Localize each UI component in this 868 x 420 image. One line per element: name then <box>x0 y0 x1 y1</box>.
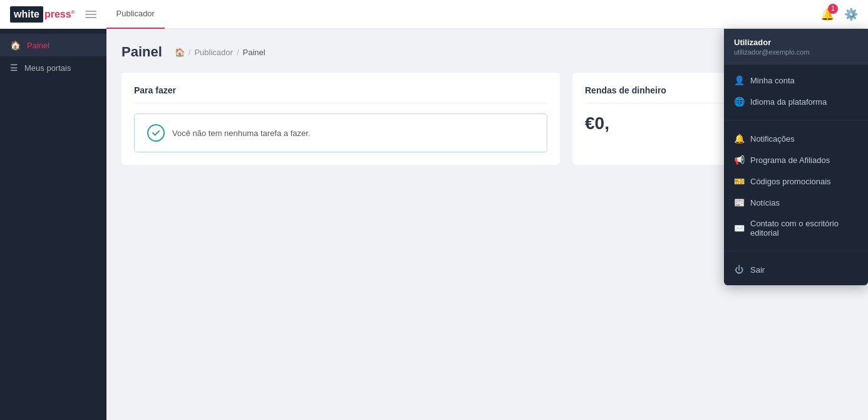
dropdown-header: Utilizador utilizador@exemplo.com <box>724 29 868 65</box>
todo-card: Para fazer Você não tem nenhuma tarefa a… <box>121 73 560 165</box>
page-title: Painel <box>121 44 162 60</box>
sidebar-item-label: Meus portais <box>24 63 71 73</box>
user-dropdown-menu: Utilizador utilizador@exemplo.com 👤 Minh… <box>724 29 868 285</box>
topbar-left: whitepress® Publicador <box>10 0 165 29</box>
sidebar-item-meus-portais[interactable]: ☰ Meus portais <box>0 56 106 79</box>
sidebar: 🏠 Painel ☰ Meus portais <box>0 29 106 420</box>
dropdown-section-main: 👤 Minha conta 🌐 Idioma da plataforma <box>724 65 868 117</box>
dropdown-item-noticias[interactable]: 📰 Notícias <box>724 192 868 213</box>
dropdown-item-label: Notificações <box>750 134 795 144</box>
tab-publicador[interactable]: Publicador <box>106 0 165 29</box>
breadcrumb-publicador[interactable]: Publicador <box>194 48 232 57</box>
logo-white: white <box>10 6 43 23</box>
dropdown-item-codigos[interactable]: 🎫 Códigos promocionais <box>724 171 868 192</box>
ticket-icon: 🎫 <box>734 176 744 186</box>
dropdown-item-label: Notícias <box>750 198 780 207</box>
bell-menu-icon: 🔔 <box>734 134 744 144</box>
dropdown-item-contato[interactable]: ✉️ Contato com o escritório editorial <box>724 213 868 243</box>
dropdown-email: utilizador@exemplo.com <box>734 48 858 56</box>
breadcrumb-home-icon: 🏠 <box>175 48 185 57</box>
todo-card-title: Para fazer <box>134 85 547 103</box>
breadcrumb-sep-1: / <box>189 48 191 57</box>
notification-button[interactable]: 🔔 1 <box>820 8 834 21</box>
settings-button[interactable]: ⚙️ <box>844 8 858 21</box>
dropdown-item-sair[interactable]: ⏻ Sair <box>724 259 868 280</box>
empty-task-container: Você não tem nenhuma tarefa a fazer. <box>134 113 547 152</box>
checkmark-svg <box>152 129 160 137</box>
dropdown-divider-2 <box>724 251 868 251</box>
hamburger-button[interactable] <box>83 8 99 21</box>
logo: whitepress® <box>10 6 75 23</box>
logo-press: press® <box>44 9 75 20</box>
list-icon: ☰ <box>10 63 18 73</box>
envelope-icon: ✉️ <box>734 223 744 233</box>
dropdown-item-label: Programa de Afiliados <box>750 155 830 165</box>
breadcrumb-sep-2: / <box>237 48 239 57</box>
dropdown-section-2: 🔔 Notificações 📢 Programa de Afiliados 🎫… <box>724 123 868 248</box>
globe-icon: 🌐 <box>734 97 744 107</box>
breadcrumb: 🏠 / Publicador / Painel <box>175 48 266 57</box>
dropdown-item-notificacoes[interactable]: 🔔 Notificações <box>724 128 868 149</box>
person-icon: 👤 <box>734 75 744 85</box>
dropdown-item-label: Códigos promocionais <box>750 177 831 186</box>
dropdown-item-label: Idioma da plataforma <box>750 97 827 107</box>
topbar: whitepress® Publicador 🔔 1 ⚙️ Utilizador… <box>0 0 868 29</box>
dropdown-item-minha-conta[interactable]: 👤 Minha conta <box>724 70 868 91</box>
megaphone-icon: 📢 <box>734 155 744 165</box>
home-icon: 🏠 <box>10 40 21 50</box>
breadcrumb-current: Painel <box>243 48 266 57</box>
dropdown-section-logout: ⏻ Sair <box>724 254 868 285</box>
dropdown-username: Utilizador <box>734 38 858 47</box>
dropdown-item-idioma[interactable]: 🌐 Idioma da plataforma <box>724 91 868 112</box>
dropdown-item-afiliados[interactable]: 📢 Programa de Afiliados <box>724 149 868 171</box>
topbar-right: 🔔 1 ⚙️ <box>820 8 858 21</box>
notification-badge: 1 <box>828 4 838 14</box>
sidebar-item-label: Painel <box>27 41 49 50</box>
dropdown-item-label: Minha conta <box>750 76 795 85</box>
dropdown-item-label: Sair <box>750 265 765 275</box>
dropdown-divider-1 <box>724 120 868 120</box>
newspaper-icon: 📰 <box>734 197 744 207</box>
power-icon: ⏻ <box>734 265 744 275</box>
sidebar-item-painel[interactable]: 🏠 Painel <box>0 34 106 56</box>
check-circle-icon <box>147 124 165 142</box>
empty-task-text: Você não tem nenhuma tarefa a fazer. <box>172 129 310 138</box>
dropdown-item-label: Contato com o escritório editorial <box>750 219 858 238</box>
